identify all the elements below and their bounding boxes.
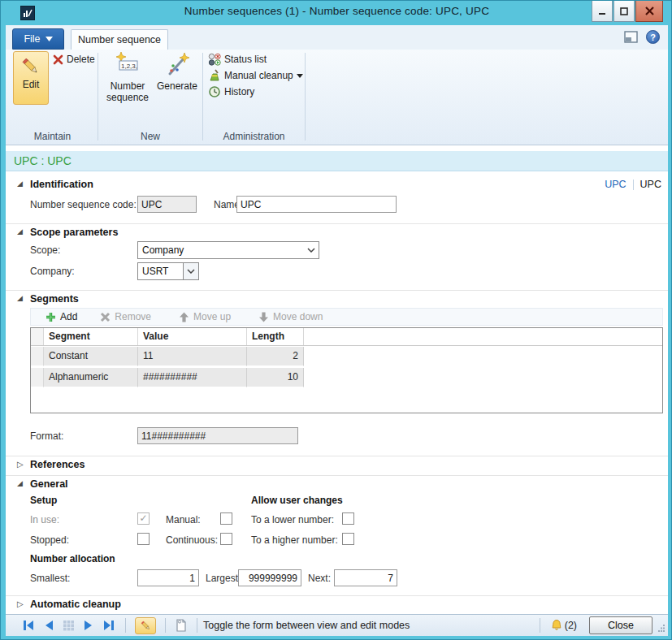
in-use-checkbox[interactable]: ✓ xyxy=(137,512,150,525)
window-content: File Number sequence ? Edit xyxy=(6,25,668,636)
column-header-value[interactable]: Value xyxy=(138,328,247,345)
tab-number-sequence[interactable]: Number sequence xyxy=(71,29,168,50)
company-dropdown-button[interactable] xyxy=(183,263,198,279)
form-body: ◢ Identification UPC UPC Number sequence… xyxy=(6,171,668,614)
section-identification[interactable]: ◢ Identification UPC UPC xyxy=(6,176,668,194)
plus-icon xyxy=(46,312,56,322)
add-segment-button[interactable]: Add xyxy=(46,311,77,322)
name-input[interactable] xyxy=(236,196,397,213)
move-down-label: Move down xyxy=(273,311,323,322)
section-segments[interactable]: ◢ Segments xyxy=(6,290,668,308)
cell-length[interactable]: 10 xyxy=(247,368,304,387)
close-window-button[interactable] xyxy=(635,1,663,22)
magic-wand-icon xyxy=(163,51,191,79)
ribbon-tab-row: File Number sequence ? xyxy=(6,25,668,50)
generate-button[interactable]: Generate xyxy=(154,51,201,93)
separator xyxy=(540,618,540,633)
cell-value[interactable]: 11 xyxy=(138,347,247,366)
segments-toolbar: Add Remove Move up Move down xyxy=(30,308,663,326)
lower-number-checkbox[interactable] xyxy=(342,512,354,525)
column-header-segment[interactable]: Segment xyxy=(44,328,138,345)
status-text: Toggle the form between view and edit mo… xyxy=(203,620,410,631)
code-label: Number sequence code: xyxy=(30,199,137,210)
section-title: Identification xyxy=(30,179,93,190)
notifications-button[interactable]: (2) xyxy=(550,619,577,632)
continuous-checkbox[interactable] xyxy=(220,533,232,545)
cell-segment[interactable]: Constant xyxy=(44,347,138,366)
chevron-down-icon xyxy=(187,269,195,274)
manual-cleanup-label: Manual cleanup xyxy=(224,70,293,81)
edit-button[interactable]: Edit xyxy=(13,51,49,105)
format-input[interactable] xyxy=(137,427,298,444)
company-combo[interactable]: USRT xyxy=(137,262,199,280)
ribbon: Edit Delete Maintain 1,2,3, Number s xyxy=(6,50,668,145)
scope-select[interactable]: Company xyxy=(137,241,319,259)
svg-text:1,2,3,: 1,2,3, xyxy=(121,63,137,70)
arrow-up-icon xyxy=(179,312,189,322)
move-up-button[interactable]: Move up xyxy=(179,311,231,322)
history-clock-icon xyxy=(208,85,221,98)
layout-panel-icon[interactable] xyxy=(624,31,638,43)
history-button[interactable]: History xyxy=(208,85,254,98)
row-selector[interactable] xyxy=(31,368,44,387)
first-record-button[interactable] xyxy=(22,620,35,631)
manual-label: Manual: xyxy=(166,514,201,525)
minimize-button[interactable] xyxy=(592,1,613,22)
table-row[interactable]: Constant 11 2 xyxy=(31,347,304,366)
maximize-button[interactable] xyxy=(613,1,635,22)
segments-grid: Segment Value Length Constant 11 2 Alpha… xyxy=(30,327,663,413)
manual-cleanup-button[interactable]: Manual cleanup xyxy=(208,69,303,82)
collapsed-triangle-icon: ▷ xyxy=(17,599,27,608)
number-sequence-icon: 1,2,3, xyxy=(114,51,141,79)
section-title: General xyxy=(30,478,68,490)
resize-grip[interactable] xyxy=(657,624,665,632)
cell-segment[interactable]: Alphanumeric xyxy=(44,368,138,387)
document-handling-button[interactable] xyxy=(176,619,187,632)
next-input[interactable] xyxy=(334,569,397,586)
help-icon[interactable]: ? xyxy=(646,30,660,44)
column-header-length[interactable]: Length xyxy=(247,328,304,345)
grid-view-button[interactable] xyxy=(63,620,75,631)
table-row[interactable]: Alphanumeric ########## 10 xyxy=(31,368,304,387)
status-list-icon xyxy=(208,53,221,66)
stopped-label: Stopped: xyxy=(30,534,69,546)
section-scope-parameters[interactable]: ◢ Scope parameters xyxy=(6,223,668,241)
delete-button[interactable]: Delete xyxy=(53,54,95,65)
last-record-button[interactable] xyxy=(102,620,115,631)
number-sequence-button[interactable]: 1,2,3, Number sequence xyxy=(102,51,153,104)
section-general[interactable]: ◢ General xyxy=(6,475,668,493)
close-form-button[interactable]: Close xyxy=(589,616,652,634)
stopped-checkbox[interactable] xyxy=(137,533,150,545)
previous-record-button[interactable] xyxy=(43,620,54,631)
record-link-secondary: UPC xyxy=(640,179,661,190)
section-references[interactable]: ▷ References xyxy=(6,456,668,474)
number-sequences-window: Number sequences (1) - Number sequence c… xyxy=(0,0,672,640)
edit-mode-toggle-button[interactable] xyxy=(135,617,156,634)
cell-length[interactable]: 2 xyxy=(247,347,304,366)
file-menu-button[interactable]: File xyxy=(12,28,64,50)
largest-input[interactable] xyxy=(238,569,301,586)
section-title: Segments xyxy=(30,293,79,305)
continuous-label: Continuous: xyxy=(166,534,218,546)
delete-label: Delete xyxy=(67,54,95,65)
status-list-button[interactable]: Status list xyxy=(208,53,267,66)
section-automatic-cleanup[interactable]: ▷ Automatic cleanup xyxy=(6,595,668,613)
record-link-primary[interactable]: UPC xyxy=(605,179,626,190)
code-input[interactable] xyxy=(137,196,197,213)
cell-value[interactable]: ########## xyxy=(138,368,247,387)
section-title: Scope parameters xyxy=(30,227,118,238)
higher-number-checkbox[interactable] xyxy=(342,533,354,545)
scope-selected-value: Company xyxy=(138,244,304,256)
chevron-down-icon xyxy=(307,248,315,253)
company-selected-value: USRT xyxy=(138,266,183,277)
add-label: Add xyxy=(60,311,77,322)
move-down-button[interactable]: Move down xyxy=(258,311,323,322)
row-selector[interactable] xyxy=(31,347,44,366)
higher-number-label: To a higher number: xyxy=(251,534,338,546)
separator xyxy=(125,618,126,633)
next-record-button[interactable] xyxy=(83,620,94,631)
manual-checkbox[interactable] xyxy=(220,512,232,525)
remove-segment-button[interactable]: Remove xyxy=(100,311,151,322)
ribbon-group-new: 1,2,3, Number sequence Generate New xyxy=(98,50,202,131)
smallest-input[interactable] xyxy=(137,569,199,586)
